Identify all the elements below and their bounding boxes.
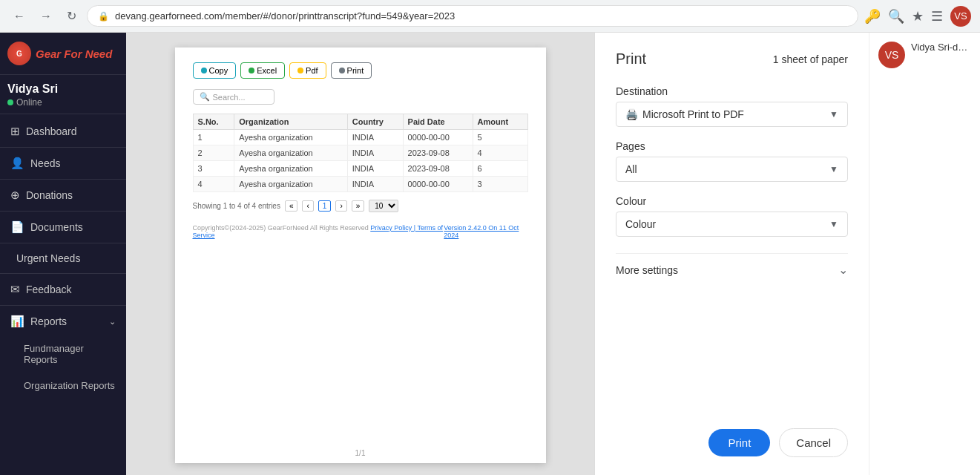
destination-chevron: ▼ [829, 109, 838, 119]
table-row: 4Ayesha organizationINDIA0000-00-003 [193, 177, 527, 192]
sidebar-item-label: Reports [30, 315, 67, 327]
table-cell: 1 [193, 130, 234, 145]
print-preview-button[interactable]: Print [331, 62, 372, 79]
lock-icon: 🔒 [98, 11, 109, 22]
table-row: 3Ayesha organizationINDIA2023-09-086 [193, 161, 527, 177]
sidebar-item-label: Needs [30, 157, 60, 169]
table-cell: 0000-00-00 [403, 177, 473, 192]
sidebar-item-dashboard[interactable]: ⊞ Dashboard [0, 117, 126, 145]
destination-select[interactable]: 🖨️ Microsoft Print to PDF ▼ [616, 102, 848, 127]
sidebar-divider-2 [0, 179, 126, 180]
sidebar: G Gear For Need Vidya Sri Online ⊞ Dashb… [0, 33, 126, 475]
sidebar-item-urgent-needs[interactable]: Urgent Needs [0, 245, 126, 272]
preview-actions: Copy Excel Pdf Print [193, 62, 528, 79]
footer-copyright: Copyrights©(2024-2025) GearForNeed All R… [193, 224, 444, 239]
colour-field: Colour Colour ▼ [616, 195, 848, 237]
table-cell: Ayesha organization [234, 145, 348, 161]
sidebar-username: Vidya Sri [7, 82, 119, 96]
destination-value: 🖨️ Microsoft Print to PDF [625, 108, 744, 120]
sidebar-divider-5 [0, 273, 126, 274]
back-button[interactable]: ← [9, 7, 30, 26]
browser-user-avatar[interactable]: VS [950, 6, 971, 27]
table-cell: INDIA [347, 177, 403, 192]
pagination-last[interactable]: » [352, 200, 365, 212]
chevron-down-icon: ⌄ [109, 317, 116, 327]
table-cell: Ayesha organization [234, 161, 348, 177]
print-dot [339, 68, 345, 73]
sidebar-item-organization-reports[interactable]: Organization Reports [0, 373, 126, 399]
pagination-next[interactable]: › [335, 200, 346, 212]
pagination-prev[interactable]: ‹ [302, 200, 313, 212]
sidebar-item-fundmanager-reports[interactable]: Fundmanager Reports [0, 335, 126, 373]
col-header-paid-date: Paid Date [403, 114, 473, 130]
more-settings-label: More settings [616, 264, 678, 276]
table-row: 1Ayesha organizationINDIA0000-00-005 [193, 130, 527, 145]
page-preview: Copy Excel Pdf Print [175, 48, 546, 463]
browser-chrome: ← → ↻ 🔒 devang.gearforneed.com/member/#/… [0, 0, 980, 33]
forward-button[interactable]: → [36, 7, 56, 26]
star-icon[interactable]: ★ [912, 8, 924, 24]
print-preview: Copy Excel Pdf Print [126, 33, 594, 475]
pdf-dot [297, 68, 303, 73]
organization-reports-label: Organization Reports [24, 380, 115, 391]
logo-icon: G [7, 42, 31, 65]
col-header-country: Country [347, 114, 403, 130]
sidebar-user: Vidya Sri Online [0, 75, 126, 114]
right-user-panel: VS Vidya Sri-donor [869, 33, 980, 475]
feedback-icon: ✉ [10, 283, 20, 296]
sidebar-item-label: Feedback [26, 284, 71, 295]
preview-search-placeholder: Search... [213, 93, 246, 102]
cancel-button[interactable]: Cancel [779, 428, 848, 457]
more-settings-toggle[interactable]: More settings ⌄ [616, 253, 848, 286]
sidebar-item-donations[interactable]: ⊕ Donations [0, 181, 126, 209]
pdf-button[interactable]: Pdf [289, 62, 326, 79]
sidebar-item-needs[interactable]: 👤 Needs [0, 149, 126, 177]
key-icon[interactable]: 🔑 [864, 8, 881, 24]
logo-text: Gear For Need [36, 48, 112, 60]
table-cell: 4 [473, 145, 527, 161]
colour-chevron: ▼ [829, 219, 838, 229]
pages-field: Pages All ▼ [616, 140, 848, 182]
table-cell: 3 [473, 177, 527, 192]
table-cell: INDIA [347, 161, 403, 177]
search-icon[interactable]: 🔍 [888, 8, 904, 24]
browser-menu-icon[interactable]: ☰ [931, 8, 943, 24]
print-button[interactable]: Print [708, 429, 770, 456]
content-area: Copy Excel Pdf Print [126, 33, 980, 475]
table-cell: 2 [193, 145, 234, 161]
sidebar-item-label: Dashboard [26, 125, 77, 137]
pagination-first[interactable]: « [285, 200, 298, 212]
sidebar-item-reports[interactable]: 📊 Reports ⌄ [0, 307, 126, 335]
sidebar-divider-1 [0, 147, 126, 148]
sidebar-item-documents[interactable]: 📄 Documents [0, 213, 126, 241]
preview-footer: Copyrights©(2024-2025) GearForNeed All R… [193, 224, 528, 239]
excel-button[interactable]: Excel [240, 62, 285, 79]
status-text: Online [16, 97, 42, 108]
pages-chevron: ▼ [829, 164, 838, 174]
per-page-select[interactable]: 10 25 50 [369, 200, 398, 212]
reload-button[interactable]: ↻ [62, 6, 81, 26]
print-panel: Print 1 sheet of paper Destination 🖨️ Mi… [594, 33, 869, 475]
table-cell: 0000-00-00 [403, 130, 473, 145]
sidebar-item-feedback[interactable]: ✉ Feedback [0, 275, 126, 304]
preview-search-bar[interactable]: 🔍 Search... [193, 89, 274, 105]
copy-button[interactable]: Copy [193, 62, 237, 79]
address-bar[interactable]: 🔒 devang.gearforneed.com/member/#/donor/… [87, 5, 858, 27]
pagination-current[interactable]: 1 [318, 200, 332, 212]
print-panel-title: Print [616, 50, 646, 68]
print-actions: Print Cancel [616, 413, 848, 457]
table-cell: Ayesha organization [234, 130, 348, 145]
pages-select[interactable]: All ▼ [616, 157, 848, 182]
table-cell: 2023-09-08 [403, 145, 473, 161]
preview-search-icon: 🔍 [200, 92, 210, 102]
footer-version-link[interactable]: Version 2.42.0 On 11 Oct 2024 [444, 224, 527, 239]
table-cell: 6 [473, 161, 527, 177]
fundmanager-reports-label: Fundmanager Reports [24, 343, 116, 365]
table-cell: Ayesha organization [234, 177, 348, 192]
needs-icon: 👤 [10, 157, 24, 170]
print-panel-header: Print 1 sheet of paper [616, 50, 848, 68]
printer-icon: 🖨️ [625, 108, 638, 120]
sidebar-item-label: Urgent Needs [16, 252, 80, 264]
dashboard-icon: ⊞ [10, 125, 20, 138]
colour-select[interactable]: Colour ▼ [616, 212, 848, 237]
